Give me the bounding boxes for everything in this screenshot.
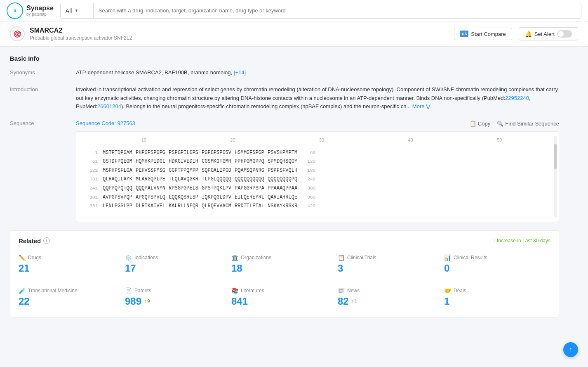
seq-line-groups: QLRAQILAYK MLARGQPLPE TLQLAVQGKR TLPGLQQ… — [103, 175, 297, 184]
pubmed2-link[interactable]: 26601204 — [97, 103, 121, 109]
search-bar: All ▼ — [60, 3, 581, 19]
seq-line-end: 240 — [301, 175, 315, 184]
seq-line-number: 121 — [83, 166, 98, 175]
logo-subtitle: by patsnap — [26, 12, 54, 17]
entity-subtitle: Probable global transcription activator … — [30, 35, 454, 41]
sequence-row: 181 QLRAQILAYK MLARGQPLPE TLQLAVQGKR TLP… — [83, 175, 552, 184]
increase-badge: ↑ 9 — [144, 298, 150, 304]
synonyms-more-tag[interactable]: [+14] — [234, 69, 246, 76]
related-count: 17 — [125, 263, 231, 274]
seq-line-groups: LENLPGSLPP DLRTKATVEL KALRLLNFQR QLRQEVV… — [103, 202, 297, 211]
seq-line-groups: MSPHPSFLGA PEHVSSFMSG GGPTPPQMPP SQPGALI… — [103, 166, 297, 175]
related-item[interactable]: 🏛️ Organizations 18 — [231, 251, 338, 277]
find-similar-button[interactable]: 🔍 Find Similar Sequence — [497, 121, 559, 127]
bell-icon: 🔔 — [525, 31, 532, 37]
sequence-row: Sequence Sequence Code: 927563 📋 Copy 🔍 … — [10, 119, 559, 222]
search-type-select[interactable]: All ▼ — [61, 3, 94, 18]
sequence-label: Sequence — [10, 119, 76, 126]
alert-label: Set Alert — [534, 31, 555, 37]
introduction-row: Introduction Involved in transcriptional… — [10, 85, 559, 111]
copy-button[interactable]: 📋 Copy — [470, 121, 490, 127]
main-content: Basic Info Synonyms ATP-dependent helica… — [0, 47, 569, 326]
sequence-lines: 1 MSTPTDPGAM PHPGPSPGPG PSPGPILGPS PGPGP… — [83, 149, 552, 211]
related-count: 18 — [231, 263, 338, 274]
set-alert-button[interactable]: 🔔 Set Alert — [519, 27, 578, 40]
related-count: 3 — [338, 263, 444, 274]
related-item-name: Indications — [134, 255, 158, 260]
related-item[interactable]: 📚 Literatures 841 — [231, 284, 338, 310]
related-item[interactable]: ❄️ Indications 17 — [125, 251, 231, 277]
sequence-row: 61 GSTDFPQEGM HQMHKPIDGI HDKGIVEDIH CGSM… — [83, 157, 552, 166]
related-count: 82 — [338, 296, 349, 307]
seq-line-end: 300 — [301, 184, 315, 193]
related-title: Related i — [19, 237, 50, 244]
compare-icon: US — [460, 31, 468, 37]
seq-line-number: 61 — [83, 157, 98, 166]
entity-actions: US Start Compare 🔔 Set Alert — [454, 27, 578, 40]
related-count: 22 — [19, 296, 125, 307]
related-count: 0 — [444, 263, 550, 274]
sequence-row: 121 MSPHPSFLGA PEHVSSFMSG GGPTPPQMPP SQP… — [83, 166, 552, 175]
related-item-icon: ✏️ — [19, 254, 26, 261]
related-item-label: ✏️ Drugs — [19, 254, 125, 261]
related-item-icon: 📋 — [338, 254, 345, 261]
related-item-icon: 🧪 — [19, 287, 26, 294]
related-item[interactable]: 📰 News 82 ↑ 1 — [338, 284, 444, 310]
logo-area[interactable]: S Synapse by patsnap — [7, 2, 54, 19]
related-header: Related i ↑ Increase in Last 30 days — [19, 237, 550, 244]
sequence-scrollbar[interactable] — [554, 136, 557, 218]
search-input[interactable] — [94, 3, 581, 18]
arrow-up-icon: ↑ — [351, 298, 354, 304]
arrow-up-icon: ↑ — [144, 298, 146, 304]
introduction-value: Involved in transcriptional activation a… — [76, 85, 559, 111]
sequence-code-link[interactable]: Sequence Code: 927563 — [76, 119, 135, 128]
entity-icon: 🎯 — [10, 26, 25, 41]
related-section: Related i ↑ Increase in Last 30 days ✏️ … — [10, 230, 559, 317]
related-item-icon: ❄️ — [125, 254, 132, 261]
related-item[interactable]: 📄 Patents 989 ↑ 9 — [125, 284, 231, 310]
related-item[interactable]: ✏️ Drugs 21 — [19, 251, 125, 277]
seq-line-number: 361 — [83, 202, 98, 211]
count-with-badge: 82 ↑ 1 — [338, 296, 444, 307]
related-item-label: ❄️ Indications — [125, 254, 231, 261]
related-item-label: 📄 Patents — [125, 287, 231, 294]
increase-label: ↑ Increase in Last 30 days — [493, 238, 550, 244]
seq-line-number: 301 — [83, 193, 98, 202]
top-navigation: S Synapse by patsnap All ▼ — [0, 0, 588, 21]
related-item-label: 📰 News — [338, 287, 444, 294]
alert-toggle[interactable] — [557, 30, 572, 38]
sequence-content: Sequence Code: 927563 📋 Copy 🔍 Find Simi… — [76, 119, 559, 222]
related-item-name: Clinical Results — [454, 255, 487, 260]
seq-line-end: 360 — [301, 193, 315, 202]
arrow-up-icon: ↑ — [493, 238, 495, 244]
related-item-name: Drugs — [28, 255, 41, 260]
related-item[interactable]: 📊 Clinical Results 0 — [444, 251, 550, 277]
copy-icon: 📋 — [470, 121, 476, 127]
related-item-icon: 📰 — [338, 287, 345, 294]
logo-text: Synapse by patsnap — [26, 4, 54, 17]
related-item-name: Literatures — [241, 288, 264, 294]
chevron-down-icon: ▼ — [74, 8, 78, 13]
related-item[interactable]: 🤝 Deals 1 — [444, 284, 550, 310]
related-count: 841 — [231, 296, 338, 307]
related-item[interactable]: 📋 Clinical Trials 3 — [338, 251, 444, 277]
related-info-badge[interactable]: i — [43, 237, 50, 244]
related-count: 989 — [125, 296, 141, 307]
start-compare-button[interactable]: US Start Compare — [454, 28, 512, 40]
more-link[interactable]: More ⋁ — [412, 103, 430, 109]
seq-line-end: 180 — [301, 166, 315, 175]
seq-line-number: 241 — [83, 184, 98, 193]
related-item-icon: 🤝 — [444, 287, 451, 294]
intro-end: ). Belongs to the neural progenitors-spe… — [121, 103, 411, 109]
sequence-header: Sequence Code: 927563 📋 Copy 🔍 Find Simi… — [76, 119, 559, 128]
sequence-row: 301 AVPGPSVPQP APGQPSPVLQ LQQKQSRISP IQK… — [83, 193, 552, 202]
related-item[interactable]: 🧪 Translational Medicine 22 — [19, 284, 125, 310]
related-item-name: Translational Medicine — [28, 288, 78, 294]
related-item-icon: 📊 — [444, 254, 451, 261]
seq-line-number: 181 — [83, 175, 98, 184]
pubmed1-link[interactable]: 22952240 — [505, 95, 529, 101]
sequence-row: 361 LENLPGSLPP DLRTKATVEL KALRLLNFQR QLR… — [83, 202, 552, 211]
sequence-row: 241 QQPPQPQTQQ QQQPALVNYN RPSGPGPELS GPS… — [83, 184, 552, 193]
seq-line-groups: QQPPQPQTQQ QQQPALVNYN RPSGPGPELS GPSTPQK… — [103, 184, 297, 193]
related-item-label: 🤝 Deals — [444, 287, 550, 294]
